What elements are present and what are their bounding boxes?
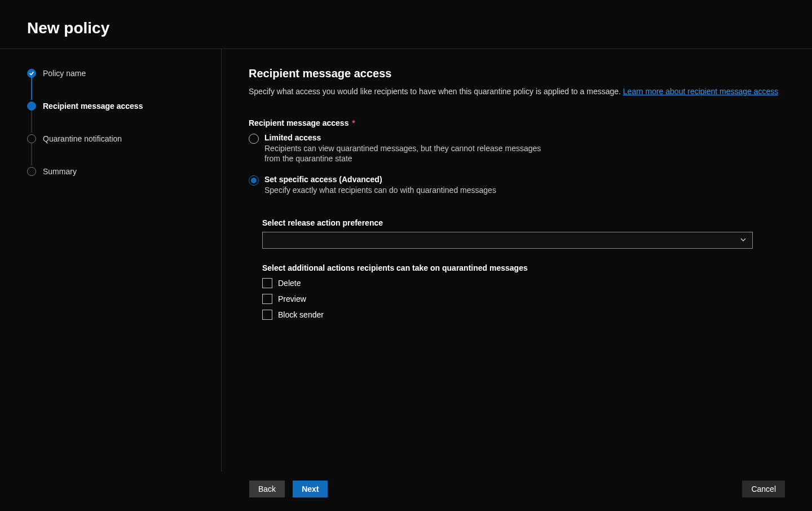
description-text: Specify what access you would like recip…: [249, 87, 623, 96]
step-label: Quarantine notification: [43, 134, 122, 143]
required-asterisk: *: [352, 118, 355, 127]
future-step-icon: [27, 167, 36, 176]
radio-texts: Set specific access (Advanced) Specify e…: [264, 175, 496, 195]
release-preference-select[interactable]: [262, 232, 753, 249]
step-policy-name[interactable]: Policy name: [27, 67, 221, 80]
checkbox-block-sender[interactable]: Block sender: [262, 310, 785, 320]
radio-title: Limited access: [264, 133, 546, 142]
wizard-panel: { "header": { "title": "New policy" }, "…: [0, 0, 812, 511]
field-label-text: Recipient message access: [249, 118, 348, 127]
page-title: New policy: [27, 19, 785, 37]
radio-icon: [249, 175, 259, 186]
panel-header: New policy: [0, 0, 812, 49]
access-radio-group: Limited access Recipients can view quara…: [249, 133, 785, 196]
step-connector: [31, 110, 32, 133]
content-heading: Recipient message access: [249, 67, 785, 80]
step-label: Policy name: [43, 69, 86, 78]
release-preference-label: Select release action preference: [262, 218, 785, 227]
checkbox-delete[interactable]: Delete: [262, 278, 785, 288]
radio-title: Set specific access (Advanced): [264, 175, 496, 184]
step-summary[interactable]: Summary: [27, 165, 221, 178]
back-button[interactable]: Back: [249, 481, 285, 497]
checkbox-icon: [262, 294, 272, 304]
radio-subtitle: Specify exactly what recipients can do w…: [264, 185, 496, 195]
step-connector: [31, 143, 32, 165]
checkbox-label: Delete: [278, 279, 301, 288]
step-label: Recipient message access: [43, 102, 143, 111]
field-label-recipient-access: Recipient message access *: [249, 118, 785, 127]
radio-icon: [249, 134, 259, 144]
current-step-icon: [27, 102, 36, 111]
chevron-down-icon: [740, 236, 747, 245]
wizard-steps: Policy name Recipient message access Qua…: [0, 49, 222, 472]
step-label: Summary: [43, 167, 77, 176]
radio-limited-access[interactable]: Limited access Recipients can view quara…: [249, 133, 785, 164]
checkbox-icon: [262, 278, 272, 288]
future-step-icon: [27, 134, 36, 143]
step-quarantine-notification[interactable]: Quarantine notification: [27, 133, 221, 145]
checkbox-label: Preview: [278, 294, 306, 303]
radio-specific-access[interactable]: Set specific access (Advanced) Specify e…: [249, 175, 785, 195]
checkbox-preview[interactable]: Preview: [262, 294, 785, 304]
content-description: Specify what access you would like recip…: [249, 87, 785, 96]
panel-body: Policy name Recipient message access Qua…: [0, 49, 812, 472]
additional-actions-label: Select additional actions recipients can…: [262, 263, 785, 272]
learn-more-link[interactable]: Learn more about recipient message acces…: [623, 87, 778, 96]
wizard-footer: Back Next Cancel: [0, 472, 812, 511]
checkbox-label: Block sender: [278, 310, 324, 319]
advanced-settings: Select release action preference Select …: [249, 218, 785, 320]
step-connector: [31, 77, 32, 100]
step-content: Recipient message access Specify what ac…: [222, 49, 812, 472]
additional-actions-list: Delete Preview Block sender: [262, 278, 785, 320]
radio-subtitle: Recipients can view quarantined messages…: [264, 143, 546, 164]
cancel-button[interactable]: Cancel: [742, 481, 785, 497]
check-icon: [27, 69, 36, 78]
step-recipient-message-access[interactable]: Recipient message access: [27, 100, 221, 112]
radio-texts: Limited access Recipients can view quara…: [264, 133, 546, 164]
next-button[interactable]: Next: [293, 481, 328, 497]
checkbox-icon: [262, 310, 272, 320]
